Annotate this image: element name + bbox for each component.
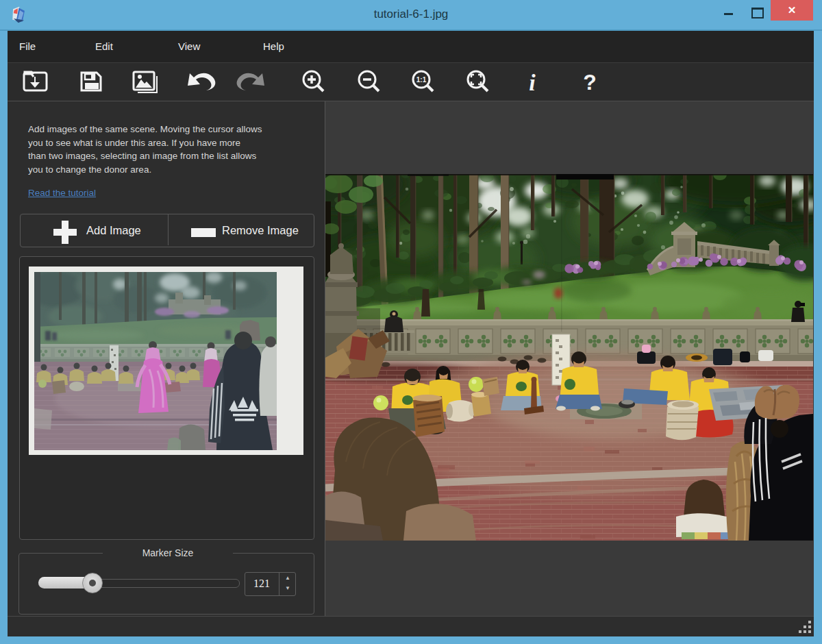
svg-text:?: ? [583, 70, 597, 95]
svg-text:i: i [529, 70, 536, 95]
svg-text:1:1: 1:1 [416, 76, 427, 84]
